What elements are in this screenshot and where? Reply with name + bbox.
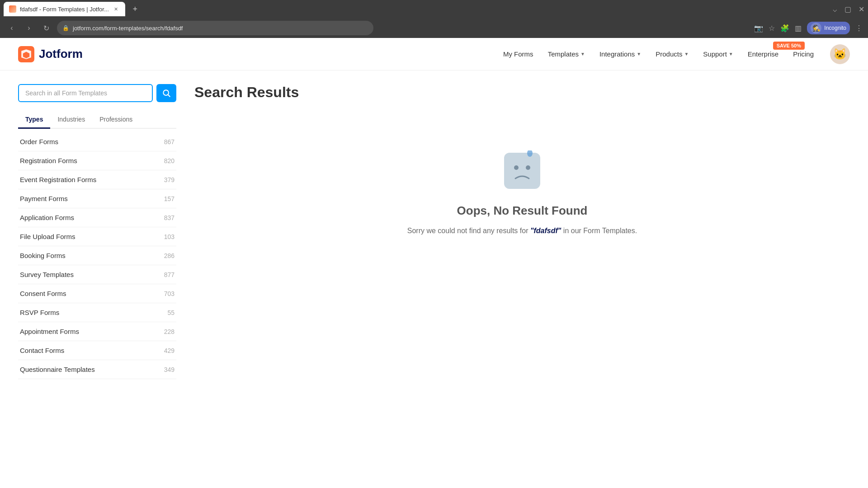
nav-my-forms-label: My Forms bbox=[503, 50, 533, 58]
form-list-item[interactable]: Application Forms 837 bbox=[18, 208, 176, 227]
tab-industries[interactable]: Industries bbox=[50, 111, 92, 129]
lock-icon: 🔒 bbox=[62, 25, 69, 31]
save-badge[interactable]: SAVE 50% bbox=[773, 42, 805, 50]
integrations-chevron-icon: ▼ bbox=[637, 52, 641, 56]
form-type-list: Order Forms 867 Registration Forms 820 E… bbox=[18, 132, 176, 379]
tab-types[interactable]: Types bbox=[18, 111, 50, 129]
form-type-name: Booking Forms bbox=[20, 252, 66, 259]
incognito-badge: 🕵 Incognito bbox=[807, 22, 850, 34]
form-list-item[interactable]: Order Forms 867 bbox=[18, 132, 176, 151]
form-type-count: 877 bbox=[164, 271, 175, 278]
form-list-item[interactable]: Questionnaire Templates 349 bbox=[18, 360, 176, 379]
nav-integrations[interactable]: Integrations ▼ bbox=[592, 47, 648, 61]
form-type-name: Payment Forms bbox=[20, 195, 68, 202]
form-list-item[interactable]: Appointment Forms 228 bbox=[18, 322, 176, 341]
nav-support-label: Support bbox=[703, 50, 727, 58]
window-controls: ⌵ ▢ ✕ bbox=[833, 5, 864, 14]
svg-line-2 bbox=[168, 95, 170, 97]
page: Jotform My Forms Templates ▼ Integration… bbox=[0, 38, 868, 488]
form-type-name: Event Registration Forms bbox=[20, 176, 96, 183]
form-type-count: 228 bbox=[164, 328, 175, 335]
form-list-item[interactable]: Event Registration Forms 379 bbox=[18, 170, 176, 189]
form-list-item[interactable]: Payment Forms 157 bbox=[18, 189, 176, 208]
no-results-message: Sorry we could not find any results for … bbox=[407, 225, 637, 237]
maximize-button[interactable]: ▢ bbox=[844, 5, 851, 14]
logo-icon bbox=[18, 46, 34, 62]
templates-chevron-icon: ▼ bbox=[580, 52, 585, 56]
camera-icon: 📷 bbox=[754, 24, 763, 33]
logo-text: Jotform bbox=[39, 47, 83, 61]
form-list-item[interactable]: RSVP Forms 55 bbox=[18, 303, 176, 322]
no-results-container: Oops, No Result Found Sorry we could not… bbox=[194, 114, 850, 273]
form-type-name: Questionnaire Templates bbox=[20, 366, 95, 373]
minimize-button[interactable]: ⌵ bbox=[833, 5, 837, 14]
form-type-name: Appointment Forms bbox=[20, 328, 79, 335]
form-list-item[interactable]: Consent Forms 703 bbox=[18, 284, 176, 303]
form-type-count: 837 bbox=[164, 214, 175, 221]
form-type-name: Survey Templates bbox=[20, 271, 74, 278]
form-type-name: Registration Forms bbox=[20, 157, 77, 164]
sidebar: Types Industries Professions Order Forms… bbox=[18, 84, 176, 379]
form-type-count: 867 bbox=[164, 138, 175, 145]
form-type-count: 157 bbox=[164, 195, 175, 202]
refresh-button[interactable]: ↻ bbox=[40, 22, 52, 34]
url-text: jotform.com/form-templates/search/fdafsd… bbox=[73, 25, 368, 32]
nav-my-forms[interactable]: My Forms bbox=[496, 47, 541, 61]
form-type-count: 349 bbox=[164, 366, 175, 373]
back-button[interactable]: ‹ bbox=[5, 22, 18, 34]
svg-point-1 bbox=[163, 90, 169, 95]
svg-point-5 bbox=[514, 165, 519, 170]
site-header: Jotform My Forms Templates ▼ Integration… bbox=[0, 38, 868, 70]
close-window-button[interactable]: ✕ bbox=[859, 5, 864, 14]
form-type-name: RSVP Forms bbox=[20, 309, 59, 316]
nav-templates-label: Templates bbox=[548, 50, 579, 58]
form-type-name: Order Forms bbox=[20, 138, 58, 145]
browser-tab[interactable]: fdafsdf - Form Templates | Jotfor... ✕ bbox=[4, 2, 125, 16]
forward-button[interactable]: › bbox=[23, 22, 35, 34]
nav-enterprise-label: Enterprise bbox=[748, 50, 778, 58]
form-type-name: File Upload Forms bbox=[20, 233, 75, 240]
form-type-count: 379 bbox=[164, 176, 175, 183]
tab-title: fdafsdf - Form Templates | Jotfor... bbox=[20, 6, 109, 13]
search-term: "fdafsdf" bbox=[530, 227, 561, 235]
form-list-item[interactable]: File Upload Forms 103 bbox=[18, 227, 176, 246]
logo-link[interactable]: Jotform bbox=[18, 46, 83, 62]
star-icon[interactable]: ☆ bbox=[769, 24, 775, 33]
tabs-row: Types Industries Professions bbox=[18, 111, 176, 129]
form-list-item[interactable]: Registration Forms 820 bbox=[18, 151, 176, 170]
nav-pricing-label: Pricing bbox=[793, 50, 814, 58]
incognito-label: Incognito bbox=[824, 25, 846, 31]
form-type-count: 429 bbox=[164, 347, 175, 354]
incognito-avatar: 🕵 bbox=[811, 23, 821, 33]
no-results-text-after: in our Form Templates. bbox=[561, 227, 637, 235]
nav-support[interactable]: Support ▼ bbox=[696, 47, 740, 61]
nav-templates[interactable]: Templates ▼ bbox=[541, 47, 592, 61]
main-nav: My Forms Templates ▼ Integrations ▼ Prod… bbox=[496, 47, 821, 61]
nav-products[interactable]: Products ▼ bbox=[648, 47, 696, 61]
extensions-icon[interactable]: 🧩 bbox=[780, 24, 789, 33]
address-bar[interactable]: 🔒 jotform.com/form-templates/search/fdaf… bbox=[57, 21, 373, 35]
sidebar-icon[interactable]: ▥ bbox=[795, 24, 802, 33]
form-type-name: Application Forms bbox=[20, 214, 74, 221]
search-button[interactable] bbox=[156, 84, 176, 102]
form-list-item[interactable]: Survey Templates 877 bbox=[18, 265, 176, 284]
user-avatar[interactable]: 🐱 bbox=[830, 44, 850, 64]
page-title: Search Results bbox=[194, 84, 850, 101]
support-chevron-icon: ▼ bbox=[729, 52, 733, 56]
main-content: Search Results Oops, No Res bbox=[194, 84, 850, 379]
no-results-title: Oops, No Result Found bbox=[457, 204, 588, 218]
nav-products-label: Products bbox=[656, 50, 682, 58]
form-type-name: Contact Forms bbox=[20, 347, 64, 354]
new-tab-button[interactable]: + bbox=[129, 3, 142, 15]
menu-icon[interactable]: ⋮ bbox=[855, 24, 863, 33]
search-input[interactable] bbox=[18, 84, 153, 102]
form-type-count: 703 bbox=[164, 290, 175, 297]
form-type-count: 286 bbox=[164, 252, 175, 259]
form-list-item[interactable]: Contact Forms 429 bbox=[18, 341, 176, 360]
form-list-item[interactable]: Booking Forms 286 bbox=[18, 246, 176, 265]
tab-professions[interactable]: Professions bbox=[92, 111, 140, 129]
search-box bbox=[18, 84, 176, 102]
tab-close-button[interactable]: ✕ bbox=[113, 5, 120, 13]
form-type-name: Consent Forms bbox=[20, 290, 66, 297]
no-results-text-before: Sorry we could not find any results for bbox=[407, 227, 530, 235]
